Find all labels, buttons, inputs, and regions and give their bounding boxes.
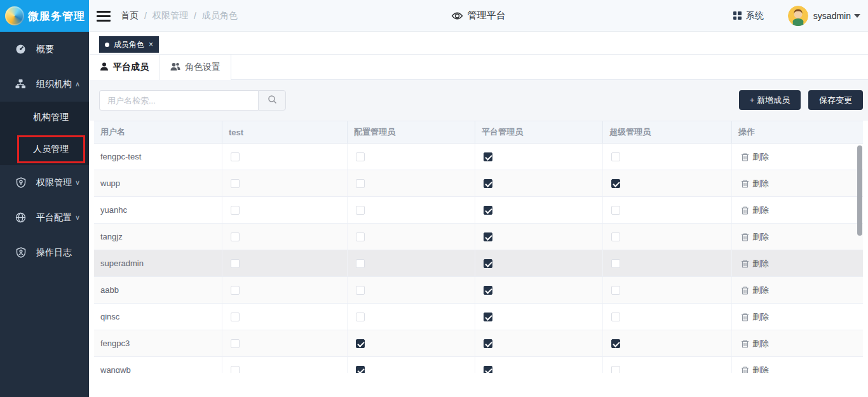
- delete-button[interactable]: 删除: [741, 205, 769, 216]
- tab-bar: 平台成员 角色设置: [89, 54, 868, 80]
- checkbox-test[interactable]: [231, 232, 240, 241]
- main-content: 成员角色 × 平台成员 角色设置: [89, 32, 868, 397]
- table-row: wupp 删除: [94, 170, 863, 197]
- checkbox-super-admin[interactable]: [611, 206, 620, 215]
- sidebar-item-organization[interactable]: 组织机构 ∧: [0, 67, 89, 102]
- username-cell: yuanhc: [94, 197, 222, 223]
- checkbox-test[interactable]: [231, 152, 240, 161]
- sidebar-item-overview[interactable]: 概要: [0, 32, 89, 67]
- checkbox-platform-admin[interactable]: [484, 313, 492, 321]
- checkbox-test[interactable]: [231, 179, 240, 188]
- tab-platform-members[interactable]: 平台成员: [89, 55, 160, 81]
- dashboard-icon: [15, 44, 26, 55]
- checkbox-test[interactable]: [231, 259, 240, 268]
- delete-label: 删除: [752, 311, 769, 323]
- delete-label: 删除: [752, 151, 769, 163]
- checkbox-test[interactable]: [231, 313, 240, 321]
- delete-button[interactable]: 删除: [741, 311, 769, 323]
- add-member-button[interactable]: + 新增成员: [739, 90, 801, 110]
- checkbox-config-admin[interactable]: [356, 366, 365, 373]
- user-menu[interactable]: sysadmin: [813, 11, 860, 21]
- checkbox-super-admin[interactable]: [611, 286, 620, 295]
- checkbox-test[interactable]: [231, 366, 240, 373]
- breadcrumb-permission[interactable]: 权限管理: [153, 10, 188, 22]
- tab-role-settings[interactable]: 角色设置: [160, 55, 231, 80]
- checkbox-platform-admin[interactable]: [484, 259, 492, 268]
- column-header-config-admin: 配置管理员: [348, 121, 475, 143]
- checkbox-config-admin[interactable]: [356, 179, 365, 188]
- members-table: 用户名 test 配置管理员 平台管理员 超级管理员 操作 fengpc-tes…: [94, 121, 863, 373]
- search-input[interactable]: [99, 90, 258, 111]
- delete-button[interactable]: 删除: [741, 365, 769, 373]
- checkbox-super-admin[interactable]: [611, 366, 620, 373]
- checkbox-platform-admin[interactable]: [484, 152, 492, 161]
- users-icon: [170, 62, 180, 73]
- checkbox-platform-admin[interactable]: [484, 206, 492, 215]
- search-icon: [268, 95, 277, 107]
- breadcrumb: 首页 / 权限管理 / 成员角色: [121, 0, 238, 31]
- sidebar-item-personnel-management[interactable]: 人员管理: [0, 133, 89, 165]
- app-logo[interactable]: 微服务管理: [0, 0, 89, 32]
- checkbox-super-admin[interactable]: [611, 179, 620, 188]
- checkbox-config-admin[interactable]: [356, 232, 365, 241]
- trash-icon: [741, 259, 749, 268]
- delete-label: 删除: [752, 178, 769, 189]
- sidebar-item-label: 人员管理: [33, 144, 69, 155]
- delete-button[interactable]: 删除: [741, 231, 769, 243]
- checkbox-super-admin[interactable]: [611, 313, 620, 321]
- hamburger-menu-icon[interactable]: [97, 9, 111, 23]
- chevron-down-icon: ∨: [75, 213, 80, 222]
- sidebar-item-operation-log[interactable]: 操作日志: [0, 235, 89, 270]
- checkbox-test[interactable]: [231, 339, 240, 348]
- checkbox-platform-admin[interactable]: [484, 179, 492, 188]
- sidebar-item-platform-config[interactable]: 平台配置 ∨: [0, 200, 89, 235]
- trash-icon: [741, 206, 749, 215]
- trash-icon: [741, 286, 749, 295]
- checkbox-super-admin[interactable]: [611, 259, 620, 268]
- checkbox-config-admin[interactable]: [356, 206, 365, 215]
- chevron-down-icon: [854, 14, 860, 18]
- checkbox-config-admin[interactable]: [356, 339, 365, 348]
- app-window: 微服务管理 首页 / 权限管理 / 成员角色 管理平台 系统: [0, 0, 868, 397]
- checkbox-platform-admin[interactable]: [484, 286, 492, 295]
- user-icon: [100, 62, 109, 73]
- checkbox-config-admin[interactable]: [356, 259, 365, 268]
- delete-button[interactable]: 删除: [741, 338, 769, 349]
- close-icon[interactable]: ×: [149, 41, 153, 48]
- system-menu[interactable]: 系统: [733, 10, 764, 22]
- checkbox-config-admin[interactable]: [356, 313, 365, 321]
- checkbox-config-admin[interactable]: [356, 152, 365, 161]
- checkbox-platform-admin[interactable]: [484, 366, 492, 373]
- toolbar: + 新增成员 保存变更: [89, 80, 868, 121]
- breadcrumb-home[interactable]: 首页: [121, 10, 139, 22]
- delete-button[interactable]: 删除: [741, 178, 769, 189]
- checkbox-platform-admin[interactable]: [484, 232, 492, 241]
- save-changes-button[interactable]: 保存变更: [808, 90, 863, 110]
- checkbox-super-admin[interactable]: [611, 152, 620, 161]
- table-row: tangjz 删除: [94, 224, 863, 250]
- avatar[interactable]: [788, 6, 808, 26]
- delete-button[interactable]: 删除: [741, 285, 769, 296]
- username-cell: aabb: [94, 277, 222, 303]
- checkbox-super-admin[interactable]: [611, 339, 620, 348]
- vertical-scrollbar[interactable]: [857, 145, 862, 236]
- checkbox-config-admin[interactable]: [356, 286, 365, 295]
- globe-icon: [15, 212, 26, 223]
- delete-label: 删除: [752, 365, 769, 373]
- checkbox-test[interactable]: [231, 206, 240, 215]
- username-cell: tangjz: [94, 224, 222, 250]
- sidebar-item-permission[interactable]: 权限管理 ∨: [0, 165, 89, 200]
- sidebar-submenu-organization: 机构管理 人员管理: [0, 102, 89, 165]
- column-header-actions: 操作: [732, 121, 863, 143]
- breadcrumb-separator: /: [144, 11, 147, 21]
- checkbox-super-admin[interactable]: [611, 232, 620, 241]
- delete-button[interactable]: 删除: [741, 258, 769, 269]
- tag-member-role[interactable]: 成员角色 ×: [99, 36, 159, 53]
- checkbox-platform-admin[interactable]: [484, 339, 492, 348]
- checkbox-test[interactable]: [231, 286, 240, 295]
- tag-label: 成员角色: [114, 39, 144, 50]
- delete-button[interactable]: 删除: [741, 151, 769, 163]
- search-button[interactable]: [258, 90, 286, 111]
- sidebar-item-institution-management[interactable]: 机构管理: [0, 102, 89, 133]
- app-title: 微服务管理: [28, 9, 85, 24]
